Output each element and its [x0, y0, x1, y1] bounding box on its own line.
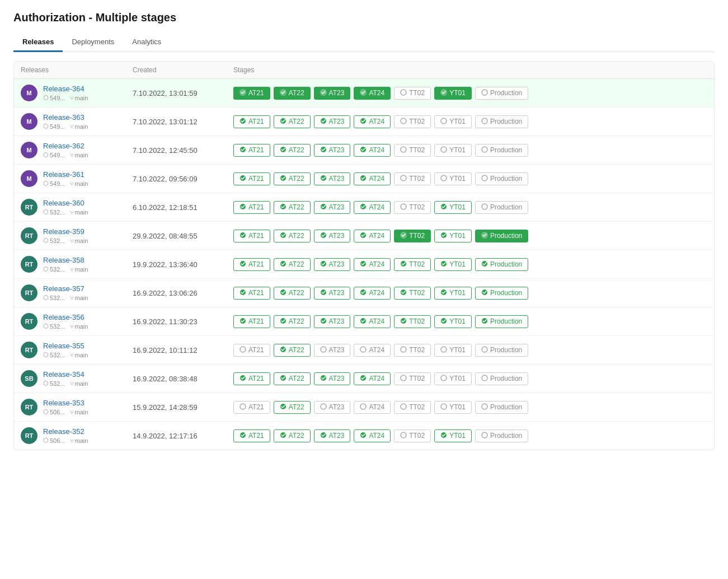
release-name[interactable]: Release-355 — [43, 342, 88, 350]
release-name[interactable]: Release-353 — [43, 399, 88, 407]
stage-badge-at21[interactable]: AT21 — [233, 172, 270, 185]
stage-badge-yt01[interactable]: YT01 — [434, 287, 472, 300]
stage-badge-production[interactable]: Production — [475, 344, 528, 357]
release-name[interactable]: Release-356 — [43, 313, 88, 321]
stage-badge-at22[interactable]: AT22 — [274, 372, 311, 385]
stage-badge-yt01[interactable]: YT01 — [434, 201, 472, 214]
stage-badge-yt01[interactable]: YT01 — [434, 401, 472, 414]
stage-badge-at23[interactable]: AT23 — [314, 315, 351, 328]
stage-badge-at24[interactable]: AT24 — [354, 230, 391, 242]
release-name[interactable]: Release-352 — [43, 427, 88, 436]
stage-badge-at23[interactable]: AT23 — [314, 429, 351, 442]
release-name[interactable]: Release-362 — [43, 142, 88, 150]
stage-badge-at21[interactable]: AT21 — [233, 287, 270, 300]
tab-analytics[interactable]: Analytics — [123, 33, 170, 52]
stage-badge-yt01[interactable]: YT01 — [434, 429, 472, 442]
release-name[interactable]: Release-357 — [43, 284, 88, 293]
stage-badge-tt02[interactable]: TT02 — [394, 344, 431, 357]
stage-badge-tt02[interactable]: TT02 — [394, 115, 431, 128]
stage-badge-production[interactable]: Production — [475, 258, 528, 271]
stage-badge-at24[interactable]: AT24 — [354, 315, 391, 328]
stage-badge-at23[interactable]: AT23 — [314, 287, 351, 300]
stage-badge-at23[interactable]: AT23 — [314, 401, 351, 414]
stage-badge-production[interactable]: Production — [475, 115, 528, 128]
stage-badge-at23[interactable]: AT23 — [314, 344, 351, 357]
stage-badge-production[interactable]: Production — [475, 372, 528, 385]
stage-badge-at21[interactable]: AT21 — [233, 144, 270, 157]
stage-badge-at24[interactable]: AT24 — [354, 201, 391, 214]
stage-badge-at23[interactable]: AT23 — [314, 201, 351, 214]
stage-badge-tt02[interactable]: TT02 — [394, 401, 431, 414]
stage-badge-tt02[interactable]: TT02 — [394, 201, 431, 214]
stage-badge-tt02[interactable]: TT02 — [394, 372, 431, 385]
release-name[interactable]: Release-358 — [43, 256, 88, 264]
release-name[interactable]: Release-359 — [43, 227, 88, 236]
tab-releases[interactable]: Releases — [13, 33, 63, 52]
stage-badge-at23[interactable]: AT23 — [314, 258, 351, 271]
stage-badge-at22[interactable]: AT22 — [274, 401, 311, 414]
stage-badge-at22[interactable]: AT22 — [274, 172, 311, 185]
stage-badge-tt02[interactable]: TT02 — [394, 144, 431, 157]
stage-badge-at24[interactable]: AT24 — [354, 344, 391, 357]
stage-badge-at22[interactable]: AT22 — [274, 258, 311, 271]
stage-badge-at24[interactable]: AT24 — [354, 172, 391, 185]
stage-badge-at24[interactable]: AT24 — [354, 287, 391, 300]
stage-badge-yt01[interactable]: YT01 — [434, 87, 472, 100]
stage-badge-at24[interactable]: AT24 — [354, 115, 391, 128]
stage-badge-at22[interactable]: AT22 — [274, 144, 311, 157]
stage-badge-at21[interactable]: AT21 — [233, 115, 270, 128]
stage-badge-yt01[interactable]: YT01 — [434, 344, 472, 357]
release-name[interactable]: Release-361 — [43, 170, 88, 179]
stage-badge-at22[interactable]: AT22 — [274, 315, 311, 328]
stage-badge-tt02[interactable]: TT02 — [394, 258, 431, 271]
stage-badge-at21[interactable]: AT21 — [233, 372, 270, 385]
stage-badge-yt01[interactable]: YT01 — [434, 230, 472, 242]
stage-badge-at22[interactable]: AT22 — [274, 344, 311, 357]
stage-badge-at21[interactable]: AT21 — [233, 315, 270, 328]
stage-badge-yt01[interactable]: YT01 — [434, 258, 472, 271]
stage-badge-at24[interactable]: AT24 — [354, 144, 391, 157]
stage-badge-tt02[interactable]: TT02 — [394, 87, 431, 100]
stage-badge-at22[interactable]: AT22 — [274, 230, 311, 242]
stage-badge-at22[interactable]: AT22 — [274, 429, 311, 442]
stage-badge-production[interactable]: Production — [475, 144, 528, 157]
stage-badge-production[interactable]: Production — [475, 287, 528, 300]
stage-badge-at23[interactable]: AT23 — [314, 230, 351, 242]
stage-badge-tt02[interactable]: TT02 — [394, 287, 431, 300]
stage-badge-at21[interactable]: AT21 — [233, 87, 270, 100]
stage-badge-yt01[interactable]: YT01 — [434, 372, 472, 385]
stage-badge-at21[interactable]: AT21 — [233, 258, 270, 271]
stage-badge-tt02[interactable]: TT02 — [394, 429, 431, 442]
stage-badge-tt02[interactable]: TT02 — [394, 315, 431, 328]
stage-badge-at22[interactable]: AT22 — [274, 87, 311, 100]
stage-badge-yt01[interactable]: YT01 — [434, 172, 472, 185]
stage-badge-at22[interactable]: AT22 — [274, 201, 311, 214]
stage-badge-at21[interactable]: AT21 — [233, 344, 270, 357]
tab-deployments[interactable]: Deployments — [63, 33, 123, 52]
stage-badge-at21[interactable]: AT21 — [233, 429, 270, 442]
stage-badge-production[interactable]: Production — [475, 315, 528, 328]
stage-badge-at23[interactable]: AT23 — [314, 144, 351, 157]
stage-badge-at22[interactable]: AT22 — [274, 115, 311, 128]
stage-badge-production[interactable]: Production — [475, 201, 528, 214]
release-name[interactable]: Release-354 — [43, 370, 88, 379]
stage-badge-at23[interactable]: AT23 — [314, 87, 351, 100]
stage-badge-at23[interactable]: AT23 — [314, 372, 351, 385]
stage-badge-tt02[interactable]: TT02 — [394, 230, 431, 242]
release-name[interactable]: Release-364 — [43, 85, 88, 93]
stage-badge-yt01[interactable]: YT01 — [434, 315, 472, 328]
stage-badge-at22[interactable]: AT22 — [274, 287, 311, 300]
stage-badge-production[interactable]: Production — [475, 401, 528, 414]
stage-badge-production[interactable]: Production — [475, 87, 528, 100]
stage-badge-at21[interactable]: AT21 — [233, 230, 270, 242]
stage-badge-at24[interactable]: AT24 — [354, 258, 391, 271]
stage-badge-production[interactable]: Production — [475, 230, 528, 242]
release-name[interactable]: Release-360 — [43, 199, 88, 207]
stage-badge-at23[interactable]: AT23 — [314, 115, 351, 128]
stage-badge-at24[interactable]: AT24 — [354, 372, 391, 385]
stage-badge-at24[interactable]: AT24 — [354, 87, 391, 100]
stage-badge-tt02[interactable]: TT02 — [394, 172, 431, 185]
stage-badge-yt01[interactable]: YT01 — [434, 115, 472, 128]
stage-badge-at21[interactable]: AT21 — [233, 201, 270, 214]
stage-badge-at24[interactable]: AT24 — [354, 429, 391, 442]
